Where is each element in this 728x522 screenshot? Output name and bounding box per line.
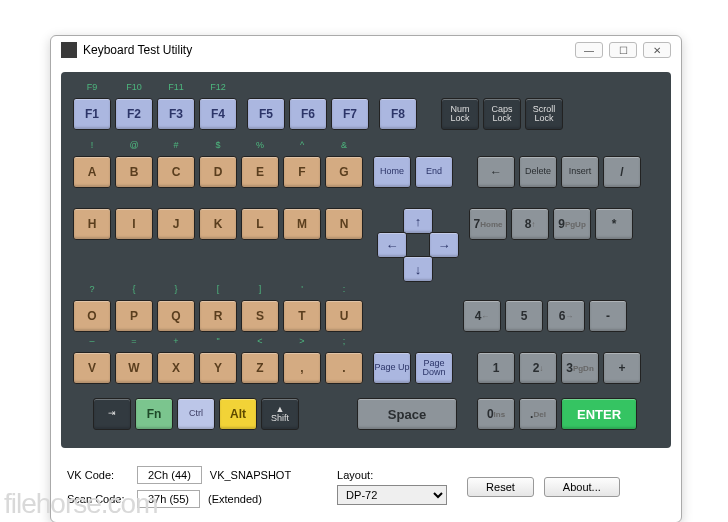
key-numlock[interactable]: Num Lock bbox=[441, 98, 479, 130]
key-scrolllock[interactable]: Scroll Lock bbox=[525, 98, 563, 130]
key-u[interactable]: U bbox=[325, 300, 363, 332]
key-num9[interactable]: 9PgUp bbox=[553, 208, 591, 240]
close-button[interactable]: ✕ bbox=[643, 42, 671, 58]
key-f4[interactable]: F4 bbox=[199, 98, 237, 130]
key-c[interactable]: C bbox=[157, 156, 195, 188]
key-d[interactable]: D bbox=[199, 156, 237, 188]
key-f2[interactable]: F2 bbox=[115, 98, 153, 130]
about-button[interactable]: About... bbox=[544, 477, 620, 497]
key-home[interactable]: Home bbox=[373, 156, 411, 188]
key-n[interactable]: N bbox=[325, 208, 363, 240]
key-num1[interactable]: 1 bbox=[477, 352, 515, 384]
sym-label: % bbox=[241, 140, 279, 152]
key-f1[interactable]: F1 bbox=[73, 98, 111, 130]
sym-label: & bbox=[325, 140, 363, 152]
key-multiply[interactable]: * bbox=[595, 208, 633, 240]
sym-label: ! bbox=[73, 140, 111, 152]
key-numdot[interactable]: .Del bbox=[519, 398, 557, 430]
key-l[interactable]: L bbox=[241, 208, 279, 240]
sym-label: ' bbox=[283, 284, 321, 296]
sym-label: < bbox=[241, 336, 279, 348]
fkey-sublabel: F12 bbox=[199, 82, 237, 94]
sym-label: + bbox=[157, 336, 195, 348]
key-q[interactable]: Q bbox=[157, 300, 195, 332]
sym-label: ] bbox=[241, 284, 279, 296]
key-h[interactable]: H bbox=[73, 208, 111, 240]
key-num5[interactable]: 5 bbox=[505, 300, 543, 332]
fkey-sublabel: F9 bbox=[73, 82, 111, 94]
key-end[interactable]: End bbox=[415, 156, 453, 188]
key-ctrl[interactable]: Ctrl bbox=[177, 398, 215, 430]
key-e[interactable]: E bbox=[241, 156, 279, 188]
key-minus[interactable]: - bbox=[589, 300, 627, 332]
key-x[interactable]: X bbox=[157, 352, 195, 384]
key-t[interactable]: T bbox=[283, 300, 321, 332]
key-pagedown[interactable]: Page Down bbox=[415, 352, 453, 384]
key-shift[interactable]: ▲ Shift bbox=[261, 398, 299, 430]
key-p[interactable]: P bbox=[115, 300, 153, 332]
minimize-button[interactable]: — bbox=[575, 42, 603, 58]
key-space[interactable]: Space bbox=[357, 398, 457, 430]
key-tab[interactable]: ⇥ bbox=[93, 398, 131, 430]
app-icon bbox=[61, 42, 77, 58]
key-plus[interactable]: + bbox=[603, 352, 641, 384]
key-num2[interactable]: 2↓ bbox=[519, 352, 557, 384]
key-backspace[interactable]: ← bbox=[477, 156, 515, 188]
key-period[interactable]: . bbox=[325, 352, 363, 384]
key-arrow-down[interactable]: ↓ bbox=[403, 256, 433, 282]
reset-button[interactable]: Reset bbox=[467, 477, 534, 497]
key-comma[interactable]: , bbox=[283, 352, 321, 384]
key-a[interactable]: A bbox=[73, 156, 111, 188]
maximize-button[interactable]: ☐ bbox=[609, 42, 637, 58]
key-f6[interactable]: F6 bbox=[289, 98, 327, 130]
key-enter[interactable]: ENTER bbox=[561, 398, 637, 430]
key-arrow-up[interactable]: ↑ bbox=[403, 208, 433, 234]
key-fn[interactable]: Fn bbox=[135, 398, 173, 430]
key-y[interactable]: Y bbox=[199, 352, 237, 384]
sym-label: [ bbox=[199, 284, 237, 296]
vk-name: VK_SNAPSHOT bbox=[210, 469, 291, 481]
key-slash[interactable]: / bbox=[603, 156, 641, 188]
key-insert[interactable]: Insert bbox=[561, 156, 599, 188]
fkey-sublabel: F11 bbox=[157, 82, 195, 94]
key-z[interactable]: Z bbox=[241, 352, 279, 384]
key-delete[interactable]: Delete bbox=[519, 156, 557, 188]
key-m[interactable]: M bbox=[283, 208, 321, 240]
key-capslock[interactable]: Caps Lock bbox=[483, 98, 521, 130]
key-num7[interactable]: 7Home bbox=[469, 208, 507, 240]
key-k[interactable]: K bbox=[199, 208, 237, 240]
key-f[interactable]: F bbox=[283, 156, 321, 188]
layout-select[interactable]: DP-72 bbox=[337, 485, 447, 505]
key-f7[interactable]: F7 bbox=[331, 98, 369, 130]
key-num8[interactable]: 8↑ bbox=[511, 208, 549, 240]
key-f8[interactable]: F8 bbox=[379, 98, 417, 130]
key-arrow-right[interactable]: → bbox=[429, 232, 459, 258]
key-f5[interactable]: F5 bbox=[247, 98, 285, 130]
key-r[interactable]: R bbox=[199, 300, 237, 332]
sym-label: – bbox=[73, 336, 111, 348]
key-s[interactable]: S bbox=[241, 300, 279, 332]
key-num3[interactable]: 3PgDn bbox=[561, 352, 599, 384]
sym-label: @ bbox=[115, 140, 153, 152]
key-j[interactable]: J bbox=[157, 208, 195, 240]
scan-extended: (Extended) bbox=[208, 493, 262, 505]
key-g[interactable]: G bbox=[325, 156, 363, 188]
keyboard-panel: F9 F10 F11 F12 F1 F2 F3 F4 F5 F6 F7 F8 N… bbox=[61, 72, 671, 448]
key-o[interactable]: O bbox=[73, 300, 111, 332]
key-num4[interactable]: 4← bbox=[463, 300, 501, 332]
key-num6[interactable]: 6→ bbox=[547, 300, 585, 332]
key-alt[interactable]: Alt bbox=[219, 398, 257, 430]
key-i[interactable]: I bbox=[115, 208, 153, 240]
sym-label: " bbox=[199, 336, 237, 348]
sym-label: : bbox=[325, 284, 363, 296]
key-b[interactable]: B bbox=[115, 156, 153, 188]
layout-label: Layout: bbox=[337, 469, 447, 481]
key-arrow-left[interactable]: ← bbox=[377, 232, 407, 258]
app-window: Keyboard Test Utility — ☐ ✕ F9 F10 F11 F… bbox=[50, 35, 682, 522]
sym-label: } bbox=[157, 284, 195, 296]
key-num0[interactable]: 0Ins bbox=[477, 398, 515, 430]
key-v[interactable]: V bbox=[73, 352, 111, 384]
key-f3[interactable]: F3 bbox=[157, 98, 195, 130]
key-w[interactable]: W bbox=[115, 352, 153, 384]
key-pageup[interactable]: Page Up bbox=[373, 352, 411, 384]
